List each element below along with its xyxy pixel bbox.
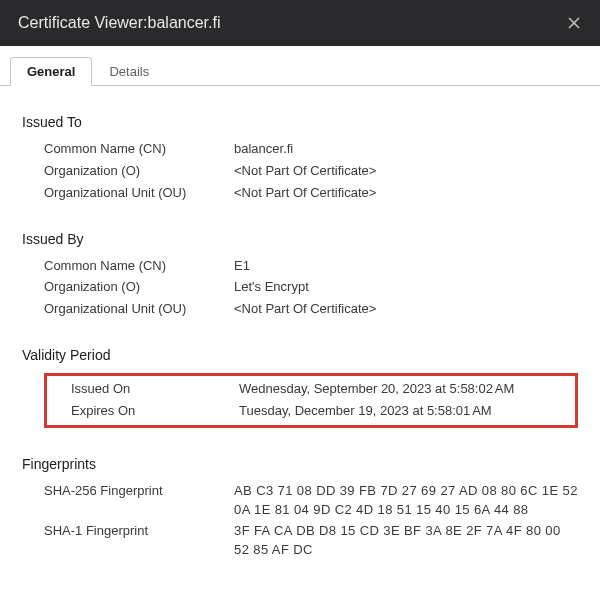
- validity-table: Issued On Wednesday, September 20, 2023 …: [49, 380, 573, 421]
- value-issuer-o: Let's Encrypt: [234, 278, 578, 297]
- label-issuer-cn: Common Name (CN): [44, 257, 226, 276]
- label-issued-on: Issued On: [49, 380, 231, 399]
- label-expires-on: Expires On: [49, 402, 231, 421]
- section-title-fingerprints: Fingerprints: [22, 456, 578, 472]
- section-issued-to: Issued To Common Name (CN) balancer.fi O…: [22, 114, 578, 203]
- section-validity: Validity Period Issued On Wednesday, Sep…: [22, 347, 578, 428]
- value-issuer-ou: <Not Part Of Certificate>: [234, 300, 578, 319]
- label-issuer-o: Organization (O): [44, 278, 226, 297]
- content-panel: Issued To Common Name (CN) balancer.fi O…: [0, 86, 600, 602]
- close-icon: [567, 16, 581, 30]
- section-issued-by: Issued By Common Name (CN) E1 Organizati…: [22, 231, 578, 320]
- value-expires-on: Tuesday, December 19, 2023 at 5:58:01 AM: [239, 402, 573, 421]
- section-title-issued-by: Issued By: [22, 231, 578, 247]
- value-o: <Not Part Of Certificate>: [234, 162, 578, 181]
- value-cn: balancer.fi: [234, 140, 578, 159]
- tabstrip: General Details: [0, 46, 600, 86]
- value-issued-on: Wednesday, September 20, 2023 at 5:58:02…: [239, 380, 573, 399]
- label-cn: Common Name (CN): [44, 140, 226, 159]
- value-sha1: 3F FA CA DB D8 15 CD 3E BF 3A 8E 2F 7A 4…: [234, 522, 578, 560]
- value-issuer-cn: E1: [234, 257, 578, 276]
- label-sha1: SHA-1 Fingerprint: [44, 522, 226, 560]
- label-o: Organization (O): [44, 162, 226, 181]
- section-fingerprints: Fingerprints SHA-256 Fingerprint AB C3 7…: [22, 456, 578, 560]
- fingerprints-table: SHA-256 Fingerprint AB C3 71 08 DD 39 FB…: [22, 482, 578, 560]
- close-button[interactable]: [566, 15, 582, 31]
- window-title-prefix: Certificate Viewer:: [18, 14, 148, 32]
- label-sha256: SHA-256 Fingerprint: [44, 482, 226, 520]
- issued-to-table: Common Name (CN) balancer.fi Organizatio…: [22, 140, 578, 203]
- section-title-validity: Validity Period: [22, 347, 578, 363]
- value-ou: <Not Part Of Certificate>: [234, 184, 578, 203]
- label-issuer-ou: Organizational Unit (OU): [44, 300, 226, 319]
- tab-details[interactable]: Details: [92, 57, 166, 86]
- window-title-domain: balancer.fi: [148, 14, 221, 32]
- tab-general[interactable]: General: [10, 57, 92, 86]
- value-sha256: AB C3 71 08 DD 39 FB 7D 27 69 27 AD 08 8…: [234, 482, 578, 520]
- label-ou: Organizational Unit (OU): [44, 184, 226, 203]
- section-title-issued-to: Issued To: [22, 114, 578, 130]
- titlebar: Certificate Viewer: balancer.fi: [0, 0, 600, 46]
- issued-by-table: Common Name (CN) E1 Organization (O) Let…: [22, 257, 578, 320]
- validity-highlight: Issued On Wednesday, September 20, 2023 …: [44, 373, 578, 428]
